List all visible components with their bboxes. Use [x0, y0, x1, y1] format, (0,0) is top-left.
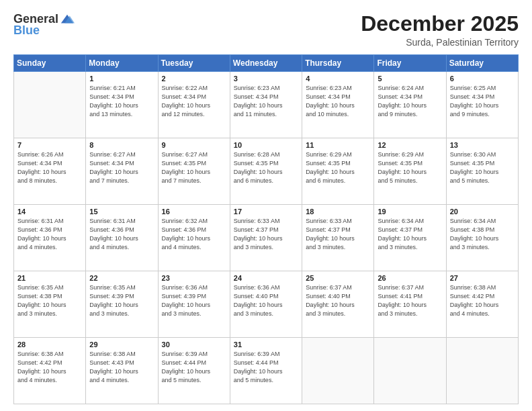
month-title: December 2025 [361, 12, 519, 36]
table-row: 6Sunrise: 6:25 AM Sunset: 4:34 PM Daylig… [446, 72, 518, 138]
col-monday: Monday [86, 55, 158, 72]
table-row: 19Sunrise: 6:34 AM Sunset: 4:37 PM Dayli… [374, 205, 446, 271]
table-row: 8Sunrise: 6:27 AM Sunset: 4:34 PM Daylig… [86, 138, 158, 205]
table-row: 15Sunrise: 6:31 AM Sunset: 4:36 PM Dayli… [86, 205, 158, 271]
logo: General Blue [13, 12, 75, 38]
calendar-header-row: Sunday Monday Tuesday Wednesday Thursday… [14, 55, 519, 72]
table-row [14, 72, 86, 138]
table-row: 31Sunrise: 6:39 AM Sunset: 4:44 PM Dayli… [230, 338, 302, 404]
calendar-table: Sunday Monday Tuesday Wednesday Thursday… [13, 54, 519, 404]
col-friday: Friday [374, 55, 446, 72]
table-row: 23Sunrise: 6:36 AM Sunset: 4:39 PM Dayli… [158, 271, 230, 338]
page-header: General Blue December 2025 Surda, Palest… [13, 12, 519, 48]
table-row: 13Sunrise: 6:30 AM Sunset: 4:35 PM Dayli… [446, 138, 518, 205]
table-row: 28Sunrise: 6:38 AM Sunset: 4:42 PM Dayli… [14, 338, 86, 404]
table-row: 21Sunrise: 6:35 AM Sunset: 4:38 PM Dayli… [14, 271, 86, 338]
col-wednesday: Wednesday [230, 55, 302, 72]
table-row [446, 338, 518, 404]
table-row [302, 338, 374, 404]
col-thursday: Thursday [302, 55, 374, 72]
table-row: 29Sunrise: 6:38 AM Sunset: 4:43 PM Dayli… [86, 338, 158, 404]
col-sunday: Sunday [14, 55, 86, 72]
table-row: 16Sunrise: 6:32 AM Sunset: 4:36 PM Dayli… [158, 205, 230, 271]
table-row: 24Sunrise: 6:36 AM Sunset: 4:40 PM Dayli… [230, 271, 302, 338]
table-row: 17Sunrise: 6:33 AM Sunset: 4:37 PM Dayli… [230, 205, 302, 271]
table-row: 4Sunrise: 6:23 AM Sunset: 4:34 PM Daylig… [302, 72, 374, 138]
table-row: 9Sunrise: 6:27 AM Sunset: 4:35 PM Daylig… [158, 138, 230, 205]
table-row: 14Sunrise: 6:31 AM Sunset: 4:36 PM Dayli… [14, 205, 86, 271]
table-row: 20Sunrise: 6:34 AM Sunset: 4:38 PM Dayli… [446, 205, 518, 271]
subtitle: Surda, Palestinian Territory [361, 37, 519, 48]
logo-icon [60, 12, 75, 27]
table-row: 2Sunrise: 6:22 AM Sunset: 4:34 PM Daylig… [158, 72, 230, 138]
col-saturday: Saturday [446, 55, 518, 72]
table-row: 25Sunrise: 6:37 AM Sunset: 4:40 PM Dayli… [302, 271, 374, 338]
table-row: 1Sunrise: 6:21 AM Sunset: 4:34 PM Daylig… [86, 72, 158, 138]
table-row: 18Sunrise: 6:33 AM Sunset: 4:37 PM Dayli… [302, 205, 374, 271]
table-row: 10Sunrise: 6:28 AM Sunset: 4:35 PM Dayli… [230, 138, 302, 205]
table-row: 27Sunrise: 6:38 AM Sunset: 4:42 PM Dayli… [446, 271, 518, 338]
table-row [374, 338, 446, 404]
table-row: 26Sunrise: 6:37 AM Sunset: 4:41 PM Dayli… [374, 271, 446, 338]
table-row: 7Sunrise: 6:26 AM Sunset: 4:34 PM Daylig… [14, 138, 86, 205]
table-row: 12Sunrise: 6:29 AM Sunset: 4:35 PM Dayli… [374, 138, 446, 205]
table-row: 22Sunrise: 6:35 AM Sunset: 4:39 PM Dayli… [86, 271, 158, 338]
logo-blue: Blue [13, 24, 40, 38]
table-row: 30Sunrise: 6:39 AM Sunset: 4:44 PM Dayli… [158, 338, 230, 404]
table-row: 5Sunrise: 6:24 AM Sunset: 4:34 PM Daylig… [374, 72, 446, 138]
table-row: 11Sunrise: 6:29 AM Sunset: 4:35 PM Dayli… [302, 138, 374, 205]
title-block: December 2025 Surda, Palestinian Territo… [361, 12, 519, 48]
col-tuesday: Tuesday [158, 55, 230, 72]
table-row: 3Sunrise: 6:23 AM Sunset: 4:34 PM Daylig… [230, 72, 302, 138]
